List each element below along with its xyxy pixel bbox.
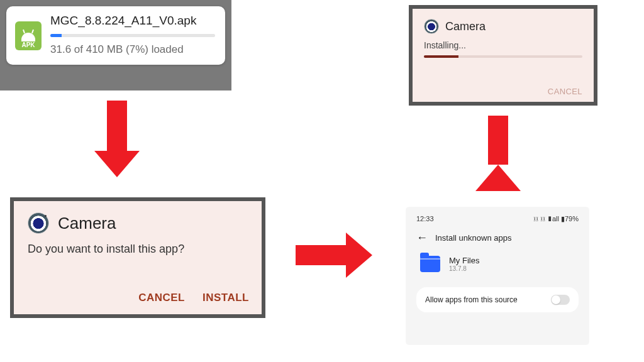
installing-app-name: Camera [445,20,486,33]
status-bar: 12:33 ፤፤ ፤፤ ▮all ▮79% [416,215,579,223]
download-status-text: 31.6 of 410 MB (7%) loaded [50,43,215,56]
settings-title: Install unknown apps [435,233,511,243]
source-app-version: 13.7.8 [449,265,479,272]
installing-progress-bar [424,55,582,58]
settings-screen: 12:33 ፤፤ ፤፤ ▮all ▮79% ← Install unknown … [406,207,589,344]
prompt-message: Do you want to install this app? [28,243,255,256]
flow-arrow-right [296,233,372,278]
status-indicators: ፤፤ ፤፤ ▮all ▮79% [533,215,579,223]
download-filename: MGC_8.8.224_A11_V0.apk [50,14,215,28]
install-prompt-panel: Camera Do you want to install this app? … [10,197,265,318]
prompt-app-name: Camera [58,214,116,233]
installing-progress-fill [424,55,458,58]
installing-panel: Camera Installing... CANCEL [409,5,597,106]
folder-icon [420,256,440,272]
source-app-name: My Files [449,256,479,265]
apk-file-icon: APK [15,21,42,50]
allow-source-toggle[interactable] [551,295,570,305]
installing-cancel-button[interactable]: CANCEL [548,87,582,96]
back-arrow-icon[interactable]: ← [416,232,428,243]
allow-source-label: Allow apps from this source [425,295,518,304]
app-source-row: My Files 13.7.8 [416,256,579,272]
camera-app-icon [28,212,49,234]
camera-app-icon [424,19,439,34]
cancel-button[interactable]: CANCEL [138,292,185,304]
download-card: APK MGC_8.8.224_A11_V0.apk 31.6 of 410 M… [6,6,225,65]
apk-label: APK [21,41,35,48]
flow-arrow-down-1 [94,101,140,177]
installing-dialog: Camera Installing... CANCEL [413,9,594,102]
status-time: 12:33 [416,215,434,223]
installing-status: Installing... [424,40,582,50]
install-button[interactable]: INSTALL [203,292,249,304]
install-prompt-dialog: Camera Do you want to install this app? … [14,201,262,314]
download-progress-fill [50,34,62,37]
download-panel: APK MGC_8.8.224_A11_V0.apk 31.6 of 410 M… [0,0,231,90]
flow-arrow-up [475,116,521,191]
allow-source-row: Allow apps from this source [416,287,579,312]
download-progress-bar [50,34,215,37]
